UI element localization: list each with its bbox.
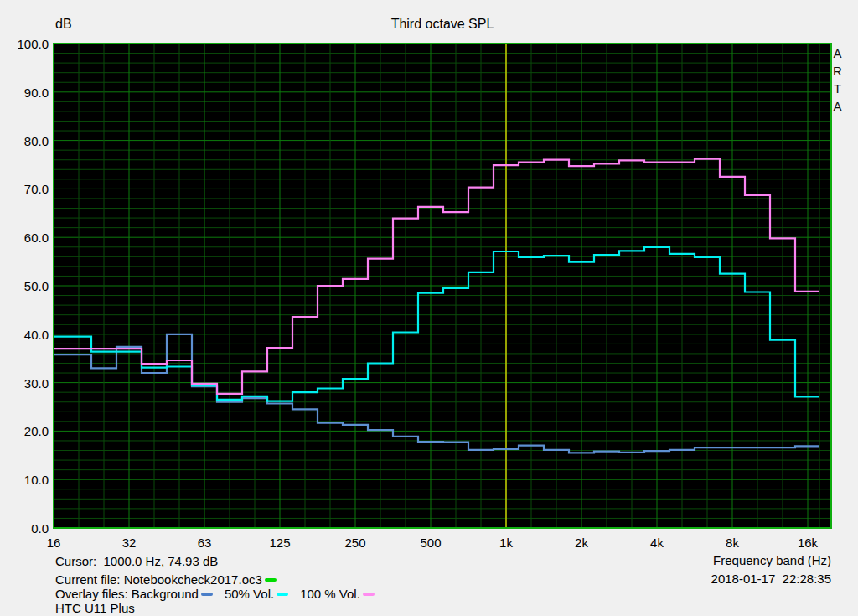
y-axis-unit-label: dB	[55, 17, 72, 31]
y-tick-label: 50.0	[10, 279, 49, 293]
x-tick-label: 63	[198, 536, 212, 550]
overlay-background-label: Overlay files: Background	[55, 587, 199, 601]
overlay-100vol-color-swatch	[363, 593, 375, 596]
device-name-label: HTC U11 Plus	[55, 601, 135, 615]
y-tick-label: 90.0	[10, 85, 49, 100]
y-tick-label: 40.0	[10, 328, 49, 342]
overlay-files-line: Overlay files: Background 50% Vol. 100 %…	[55, 587, 375, 601]
overlay-50vol-color-swatch	[277, 593, 288, 596]
x-axis-title: Frequency band (Hz)	[713, 553, 831, 567]
y-tick-label: 30.0	[10, 376, 49, 391]
cursor-readout: Cursor: 1000.0 Hz, 74.93 dB	[55, 554, 218, 568]
current-file-line: Current file: Notebookcheck2017.oc3	[55, 572, 277, 587]
chart-title: Third octave SPL	[391, 17, 494, 31]
y-tick-label: 80.0	[10, 134, 49, 148]
measurement-datetime: 2018-01-17 22:28:35	[711, 572, 831, 586]
overlay-50vol-label: 50% Vol.	[225, 587, 274, 601]
current-file-color-swatch	[265, 578, 277, 582]
x-tick-label: 8k	[726, 536, 739, 550]
x-tick-label: 16	[47, 536, 61, 550]
spl-plot[interactable]	[0, 0, 858, 616]
overlay-background-color-swatch	[201, 593, 213, 596]
x-tick-label: 125	[269, 536, 290, 550]
x-tick-label: 250	[344, 536, 365, 550]
arta-spl-window: dB Third octave SPL ARTA 100.0 90.0 80.0…	[0, 0, 858, 616]
y-tick-label: 10.0	[10, 473, 49, 487]
x-tick-label: 16k	[798, 536, 818, 550]
y-tick-label: 70.0	[10, 182, 49, 196]
y-tick-label: 20.0	[10, 424, 49, 438]
x-tick-label: 4k	[650, 536, 664, 550]
x-tick-label: 1k	[499, 536, 513, 550]
x-tick-label: 500	[420, 536, 441, 550]
current-file-label: Current file: Notebookcheck2017.oc3	[55, 572, 262, 587]
y-tick-label: 60.0	[10, 230, 49, 245]
x-tick-label: 2k	[575, 536, 588, 550]
arta-brand-label: ARTA	[830, 46, 845, 116]
y-tick-label: 100.0	[10, 37, 49, 51]
y-tick-label: 0.0	[10, 521, 49, 536]
overlay-100vol-label: 100 % Vol.	[300, 587, 360, 601]
x-tick-label: 32	[122, 536, 137, 550]
